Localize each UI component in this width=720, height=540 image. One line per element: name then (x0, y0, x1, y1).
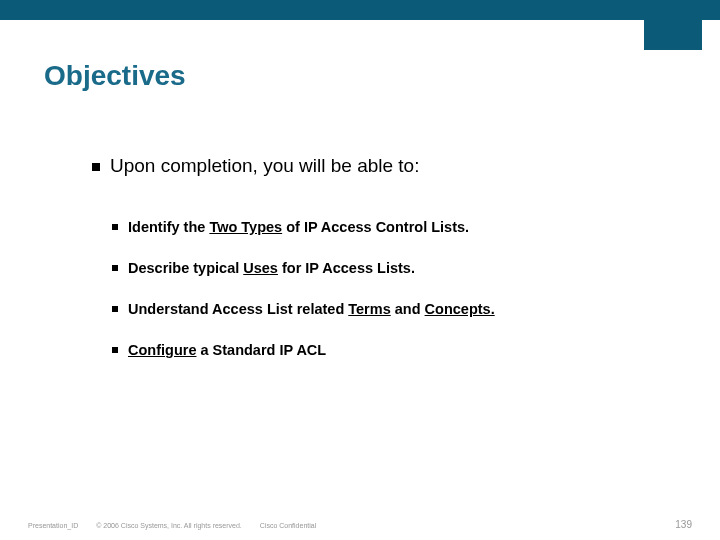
square-bullet-icon (112, 306, 118, 312)
list-item: Identify the Two Types of IP Access Cont… (112, 218, 652, 237)
square-bullet-icon (92, 163, 100, 171)
top-brand-bar (0, 0, 720, 20)
list-item: Configure a Standard IP ACL (112, 341, 652, 360)
sub-bullet-list: Identify the Two Types of IP Access Cont… (112, 218, 652, 359)
footer-confidential: Cisco Confidential (260, 522, 316, 529)
list-item: Describe typical Uses for IP Access List… (112, 259, 652, 278)
slide: Objectives Upon completion, you will be … (0, 0, 720, 540)
footer-presentation-id: Presentation_ID (28, 522, 78, 529)
list-item-text: Understand Access List related Terms and… (128, 300, 495, 319)
square-bullet-icon (112, 265, 118, 271)
main-bullet: Upon completion, you will be able to: (92, 155, 419, 177)
footer-copyright: © 2006 Cisco Systems, Inc. All rights re… (96, 522, 242, 529)
square-bullet-icon (112, 347, 118, 353)
list-item-text: Identify the Two Types of IP Access Cont… (128, 218, 469, 237)
list-item-text: Configure a Standard IP ACL (128, 341, 326, 360)
list-item: Understand Access List related Terms and… (112, 300, 652, 319)
page-number: 139 (675, 519, 692, 530)
footer: Presentation_ID © 2006 Cisco Systems, In… (28, 519, 692, 530)
corner-accent (644, 20, 702, 50)
list-item-text: Describe typical Uses for IP Access List… (128, 259, 415, 278)
slide-title: Objectives (44, 60, 186, 92)
main-bullet-text: Upon completion, you will be able to: (110, 155, 419, 176)
square-bullet-icon (112, 224, 118, 230)
